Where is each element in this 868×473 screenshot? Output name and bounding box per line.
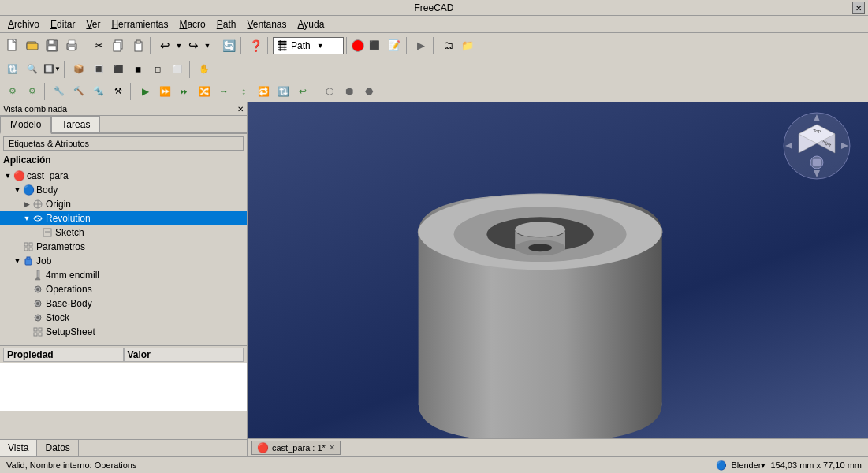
mod-btn-3[interactable]: ⬣ xyxy=(359,82,378,101)
refresh-button[interactable]: 🔄 xyxy=(219,36,238,55)
svg-point-31 xyxy=(36,302,39,305)
addon2-button[interactable]: 📁 xyxy=(458,36,477,55)
tab-vista[interactable]: Vista xyxy=(0,440,37,456)
path-btn-4[interactable]: 🔨 xyxy=(69,82,88,101)
view-dropdown[interactable]: 🔲▼ xyxy=(43,60,61,79)
left-panel: Vista combinada — ✕ Modelo Tareas Etique… xyxy=(0,102,248,456)
path-btn-3[interactable]: 🔧 xyxy=(50,82,69,101)
op-btn-4[interactable]: 🔀 xyxy=(195,82,214,101)
tab-tareas[interactable]: Tareas xyxy=(51,116,100,132)
blender-label[interactable]: Blender▾ xyxy=(732,460,766,471)
right-btn[interactable]: ◼ xyxy=(129,60,147,79)
mod-btn-1[interactable]: ⬡ xyxy=(320,82,339,101)
op-btn-7[interactable]: 🔁 xyxy=(254,82,273,101)
menu-herramientas[interactable]: Herramientas xyxy=(106,17,173,32)
back-btn[interactable]: ⬜ xyxy=(168,60,187,79)
edit-macro-button[interactable]: 📝 xyxy=(385,36,404,55)
tree-arrow-operations: ▶ xyxy=(22,285,32,294)
path-btn-2[interactable]: ⚙ xyxy=(23,82,42,101)
orientation-cube[interactable]: Top Right xyxy=(781,110,852,181)
op-btn-8[interactable]: 🔃 xyxy=(274,82,292,101)
cut-button[interactable]: ✂ xyxy=(89,36,108,55)
main-area: Vista combinada — ✕ Modelo Tareas Etique… xyxy=(0,102,868,456)
paste-button[interactable] xyxy=(129,36,147,55)
tab-modelo[interactable]: Modelo xyxy=(0,116,51,134)
stop-button[interactable]: ⬛ xyxy=(365,36,384,55)
menu-ayuda[interactable]: Ayuda xyxy=(293,17,330,32)
tree-item-origin[interactable]: ▶ Origin xyxy=(0,197,247,211)
save-button[interactable] xyxy=(43,36,61,55)
tree-item-operations[interactable]: ▶ Operations xyxy=(0,282,247,296)
new-button[interactable] xyxy=(3,36,22,55)
tab-datos[interactable]: Datos xyxy=(37,440,78,456)
top-btn[interactable]: ⬛ xyxy=(109,60,128,79)
record-button[interactable] xyxy=(352,39,364,52)
tree-item-body[interactable]: ▼ 🔵 Body xyxy=(0,183,247,197)
front-btn[interactable]: 🔳 xyxy=(89,60,108,79)
tree-arrow-parametros: ▶ xyxy=(13,242,22,251)
tree-label-job: Job xyxy=(36,255,51,266)
orient-cube-svg: Top Right xyxy=(781,110,852,181)
tree-arrow-body: ▼ xyxy=(13,185,22,195)
etiquetas-button[interactable]: Etiquetas & Atributos xyxy=(3,136,244,151)
left-btn[interactable]: ◻ xyxy=(148,60,167,79)
redo-dropdown[interactable]: ▼ xyxy=(203,36,211,55)
tree-item-job[interactable]: ▼ Job xyxy=(0,254,247,268)
menu-path[interactable]: Path xyxy=(212,17,241,32)
op-btn-9[interactable]: ↩ xyxy=(293,82,312,101)
pan-btn[interactable]: ✋ xyxy=(195,60,214,79)
op-btn-2[interactable]: ⏩ xyxy=(155,82,174,101)
op-btn-6[interactable]: ↕ xyxy=(234,82,253,101)
tree-arrow-origin: ▶ xyxy=(22,199,32,209)
addon1-button[interactable]: 🗂 xyxy=(438,36,457,55)
view-btn-1[interactable]: 🔃 xyxy=(3,60,22,79)
menu-editar[interactable]: Editar xyxy=(46,17,80,32)
redo-button[interactable]: ↪ xyxy=(184,36,203,55)
menu-ver[interactable]: Ver xyxy=(81,17,105,32)
op-btn-3[interactable]: ⏭ xyxy=(175,82,194,101)
svg-rect-5 xyxy=(49,40,54,44)
play-button[interactable]: ▶ xyxy=(412,36,430,55)
tree-item-cast-para[interactable]: ▼ 🔴 cast_para xyxy=(0,169,247,183)
3d-btn[interactable]: 📦 xyxy=(69,60,88,79)
tree-arrow-endmill: ▶ xyxy=(22,270,32,280)
tree-item-4mm-endmill[interactable]: ▶ 4mm endmill xyxy=(0,268,247,282)
viewport-tab-cast-para[interactable]: 🔴 cast_para : 1* ✕ xyxy=(251,441,341,455)
print-button[interactable] xyxy=(62,36,81,55)
tree-item-sketch[interactable]: ▶ Sketch xyxy=(0,225,247,240)
op-btn-1[interactable]: ▶ xyxy=(136,82,155,101)
close-panel-icon[interactable]: ✕ xyxy=(237,105,244,114)
minimize-icon[interactable]: — xyxy=(228,105,236,114)
view-btn-2[interactable]: 🔍 xyxy=(23,60,42,79)
op-btn-5[interactable]: ↔ xyxy=(214,82,233,101)
undo-dropdown[interactable]: ▼ xyxy=(175,36,183,55)
tree-item-stock[interactable]: ▶ Stock xyxy=(0,311,247,325)
help-button[interactable]: ❓ xyxy=(246,36,265,55)
open-button[interactable] xyxy=(23,36,42,55)
mod-btn-2[interactable]: ⬢ xyxy=(340,82,359,101)
tree-label-sketch: Sketch xyxy=(55,227,84,238)
undo-button[interactable]: ↩ xyxy=(155,36,174,55)
file-tree: ▼ 🔴 cast_para ▼ 🔵 Body ▶ Origin xyxy=(0,167,247,345)
tree-item-revolution[interactable]: ▼ Revolution xyxy=(0,211,247,225)
copy-button[interactable] xyxy=(109,36,128,55)
viewport[interactable]: Top Right x y z xyxy=(248,102,868,456)
panel-controls: — ✕ xyxy=(228,105,244,114)
path-btn-6[interactable]: ⚒ xyxy=(109,82,128,101)
tree-item-base-body[interactable]: ▶ Base-Body xyxy=(0,296,247,311)
menu-ventanas[interactable]: Ventanas xyxy=(242,17,291,32)
menu-archivo[interactable]: Archivo xyxy=(3,17,44,32)
workbench-selector[interactable]: 🛤 Path ▼ xyxy=(273,37,344,54)
path-btn-1[interactable]: ⚙ xyxy=(3,82,22,101)
viewport-tab-close[interactable]: ✕ xyxy=(329,443,335,452)
tree-label-body: Body xyxy=(36,184,58,196)
viewport-tab-label: cast_para : 1* xyxy=(272,443,326,453)
tree-item-setupsheet[interactable]: ▶ SetupSheet xyxy=(0,325,247,339)
menu-macro[interactable]: Macro xyxy=(174,17,210,32)
cube-top-label: Top xyxy=(813,128,821,133)
tree-icon-parametros xyxy=(22,240,35,253)
tree-item-parametros[interactable]: ▶ Parametros xyxy=(0,240,247,254)
path-btn-5[interactable]: 🔩 xyxy=(89,82,108,101)
close-button[interactable]: ✕ xyxy=(852,2,865,14)
properties-header: Propiedad Valor xyxy=(0,346,247,363)
